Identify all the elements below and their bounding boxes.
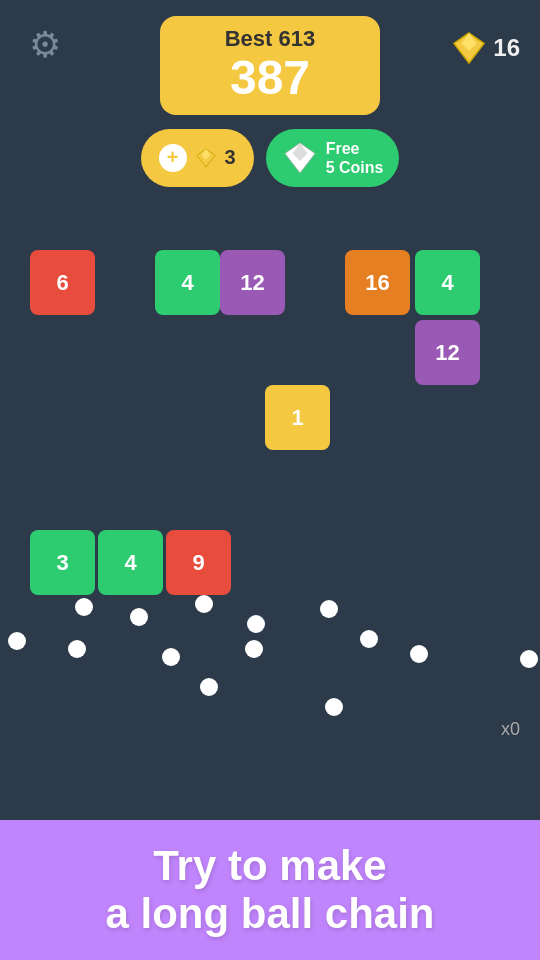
- banner-text: Try to makea long ball chain: [105, 842, 434, 939]
- gear-button[interactable]: ⚙: [20, 20, 70, 70]
- block-b9[interactable]: 4: [98, 530, 163, 595]
- game-area[interactable]: x0 6412164121349: [0, 200, 540, 820]
- block-b7[interactable]: 1: [265, 385, 330, 450]
- diamond-icon-large: [282, 140, 318, 176]
- gear-icon: ⚙: [29, 24, 61, 66]
- score-box: Best 613 387: [160, 16, 380, 115]
- block-b4[interactable]: 16: [345, 250, 410, 315]
- plus-icon: +: [159, 144, 187, 172]
- diamond-number: 16: [493, 34, 520, 62]
- multiplier: x0: [501, 719, 520, 740]
- ball-8: [245, 640, 263, 658]
- diamond-count-area: 16: [451, 30, 520, 66]
- ball-4: [320, 600, 338, 618]
- best-label: Best 613: [180, 26, 360, 52]
- diamond-icon: [195, 147, 217, 169]
- bottom-banner: Try to makea long ball chain: [0, 820, 540, 960]
- block-b5[interactable]: 4: [415, 250, 480, 315]
- coin-count: 3: [225, 146, 236, 169]
- block-b10[interactable]: 9: [166, 530, 231, 595]
- block-b8[interactable]: 3: [30, 530, 95, 595]
- action-bar: + 3 Free 5 Coins: [141, 129, 400, 187]
- ball-9: [360, 630, 378, 648]
- diamond-count-icon: [451, 30, 487, 66]
- block-b2[interactable]: 4: [155, 250, 220, 315]
- ball-11: [520, 650, 538, 668]
- ball-6: [68, 640, 86, 658]
- add-coins-button[interactable]: + 3: [141, 129, 254, 187]
- ball-5: [8, 632, 26, 650]
- ball-0: [75, 598, 93, 616]
- ball-3: [247, 615, 265, 633]
- ball-2: [195, 595, 213, 613]
- ball-13: [325, 698, 343, 716]
- header: Best 613 387 + 3 Free 5 Coins ⚙: [0, 0, 540, 200]
- block-b1[interactable]: 6: [30, 250, 95, 315]
- ball-10: [410, 645, 428, 663]
- current-score: 387: [180, 52, 360, 105]
- block-b3[interactable]: 12: [220, 250, 285, 315]
- free-coins-label: Free 5 Coins: [326, 139, 384, 177]
- free-coins-button[interactable]: Free 5 Coins: [266, 129, 400, 187]
- block-b6[interactable]: 12: [415, 320, 480, 385]
- ball-1: [130, 608, 148, 626]
- ball-12: [200, 678, 218, 696]
- ball-7: [162, 648, 180, 666]
